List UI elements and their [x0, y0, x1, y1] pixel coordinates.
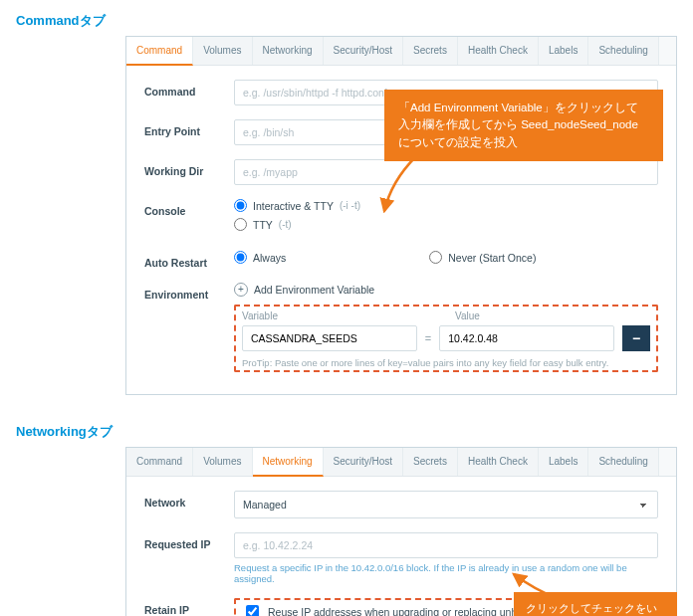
console-opt2-text: TTY: [253, 219, 273, 231]
env-remove-button[interactable]: −: [622, 325, 650, 351]
arrow-icon: [376, 151, 426, 221]
tab-networking[interactable]: Networking: [253, 448, 324, 477]
workingdir-label: Working Dir: [144, 159, 234, 177]
console-radio-tty-interactive[interactable]: [234, 199, 247, 212]
tab-health[interactable]: Health Check: [458, 37, 539, 65]
networking-section: Networkingタブ Command Volumes Networking …: [16, 423, 677, 616]
entrypoint-label: Entry Point: [144, 119, 234, 137]
tab-volumes[interactable]: Volumes: [193, 448, 252, 476]
plus-icon: +: [234, 283, 248, 297]
tab-command[interactable]: Command: [126, 448, 193, 476]
tab-scheduling[interactable]: Scheduling: [588, 37, 658, 65]
console-opt1-suffix: (-i -t): [340, 200, 360, 211]
tab-labels[interactable]: Labels: [539, 37, 588, 65]
tab-scheduling[interactable]: Scheduling: [588, 448, 658, 476]
autorestart-label: Auto Restart: [144, 251, 234, 269]
tab-secrets[interactable]: Secrets: [403, 37, 458, 65]
env-head-variable: Variable: [242, 310, 437, 321]
console-label: Console: [144, 199, 234, 217]
tab-health[interactable]: Health Check: [458, 448, 539, 476]
autorestart-radio-always[interactable]: [234, 251, 247, 264]
requested-ip-label: Requested IP: [144, 532, 234, 550]
console-opt1-text: Interactive & TTY: [253, 200, 334, 212]
equals-icon: =: [425, 332, 431, 344]
requested-ip-hint: Request a specific IP in the 10.42.0.0/1…: [234, 562, 658, 584]
env-head-value: Value: [455, 310, 650, 321]
autorestart-opt2: Never (Start Once): [448, 252, 536, 264]
section-title: Networkingタブ: [16, 423, 677, 441]
env-var-input[interactable]: [242, 325, 417, 351]
minus-icon: −: [632, 330, 640, 346]
command-label: Command: [144, 80, 234, 98]
env-protip: ProTip: Paste one or more lines of key=v…: [242, 357, 650, 368]
retain-ip-checkbox[interactable]: [246, 605, 259, 616]
retain-ip-label: Retain IP: [144, 598, 234, 616]
tab-security[interactable]: Security/Host: [324, 448, 403, 476]
network-select[interactable]: Managed: [234, 491, 658, 518]
tab-labels[interactable]: Labels: [539, 448, 588, 476]
tab-bar: Command Volumes Networking Security/Host…: [126, 448, 676, 477]
tab-volumes[interactable]: Volumes: [193, 37, 252, 65]
autorestart-opt1: Always: [253, 252, 286, 264]
console-radio-tty[interactable]: [234, 218, 247, 231]
requested-ip-input[interactable]: [234, 532, 658, 558]
callout-add-env: 「Add Environment Variable」をクリックして入力欄を作成し…: [384, 90, 663, 161]
tab-secrets[interactable]: Secrets: [403, 448, 458, 476]
autorestart-radio-never[interactable]: [429, 251, 442, 264]
callout-retain-ip: クリックしてチェックをいれる: [514, 592, 677, 616]
environment-label: Environment: [144, 283, 234, 301]
tab-networking[interactable]: Networking: [253, 37, 324, 65]
tab-bar: Command Volumes Networking Security/Host…: [126, 37, 676, 66]
command-section: Commandタブ Command Volumes Networking Sec…: [16, 12, 677, 395]
console-opt2-suffix: (-t): [279, 219, 292, 230]
tab-command[interactable]: Command: [126, 37, 193, 66]
tab-security[interactable]: Security/Host: [324, 37, 403, 65]
add-env-var-button[interactable]: + Add Environment Variable: [234, 283, 374, 297]
section-title: Commandタブ: [16, 12, 677, 30]
env-val-input[interactable]: [439, 325, 614, 351]
add-env-var-text: Add Environment Variable: [254, 284, 374, 296]
workingdir-input[interactable]: [234, 159, 658, 185]
env-table-highlight: Variable Value = − ProTip: Paste one or …: [234, 305, 658, 372]
networking-panel: Command Volumes Networking Security/Host…: [125, 447, 677, 616]
network-label: Network: [144, 491, 234, 509]
